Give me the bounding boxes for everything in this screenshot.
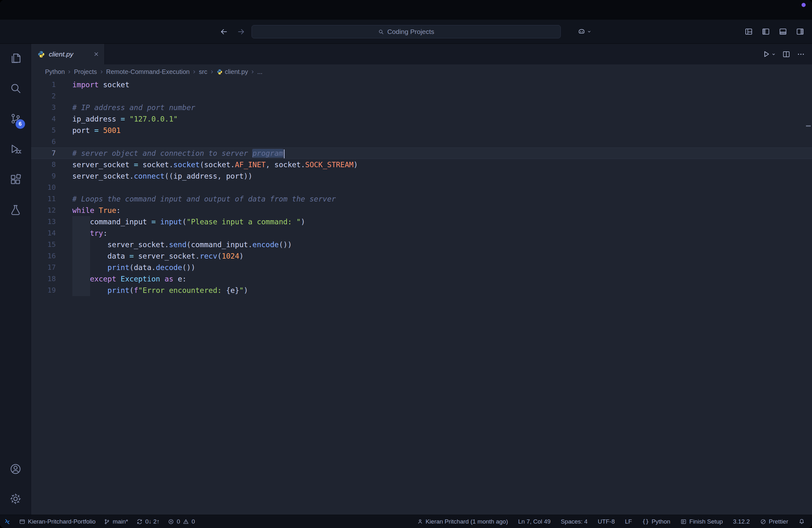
status-right: Kieran Pritchard (1 month ago) Ln 7, Col… — [417, 518, 805, 525]
customize-layout-icon[interactable] — [744, 27, 753, 36]
split-editor-icon[interactable] — [782, 50, 791, 58]
code-text: server_socket = socket.socket(socket.AF_… — [72, 159, 358, 170]
run-dropdown-chevron-icon[interactable] — [771, 52, 776, 56]
code-text: port = 5001 — [72, 125, 120, 136]
code-line[interactable]: 19 print(f"Error encountered: {e}") — [31, 285, 812, 296]
breadcrumb-item[interactable]: Python — [45, 68, 65, 75]
search-icon — [378, 29, 384, 35]
tab-close-icon[interactable] — [93, 51, 99, 57]
language-mode: Python — [652, 518, 670, 525]
code-line[interactable]: 18 except Exception as e: — [31, 273, 812, 285]
remote-indicator[interactable] — [4, 518, 11, 525]
settings-gear-icon[interactable] — [9, 492, 23, 506]
breadcrumb-item[interactable]: Projects — [74, 68, 97, 75]
code-text: try: — [72, 228, 107, 239]
more-actions-icon[interactable] — [797, 50, 805, 58]
back-arrow-icon[interactable] — [219, 27, 228, 36]
activity-bar: 6 — [0, 44, 31, 515]
code-lines: 1import socket23# IP address and port nu… — [31, 79, 812, 296]
chevron-right-icon — [210, 70, 214, 74]
language-mode-item[interactable]: {} Python — [642, 518, 670, 525]
breadcrumb-item[interactable]: Remote-Command-Execution — [106, 68, 190, 75]
formatter-name: Prettier — [769, 518, 788, 525]
overview-ruler-mark — [806, 125, 811, 127]
encoding-item[interactable]: UTF-8 — [598, 518, 615, 525]
code-line[interactable]: 1import socket — [31, 79, 812, 90]
main-area: 6 — [0, 44, 812, 515]
indentation-item[interactable]: Spaces: 4 — [561, 518, 588, 525]
account-icon[interactable] — [9, 462, 23, 476]
code-line[interactable]: 11# Loops the command input and output o… — [31, 193, 812, 205]
code-line[interactable]: 16 data = server_socket.recv(1024) — [31, 251, 812, 262]
project-manager-item[interactable]: Kieran-Pritchard-Portfolio — [19, 518, 96, 525]
toggle-primary-sidebar-icon[interactable] — [762, 27, 770, 36]
code-line[interactable]: 13 command_input = input("Please input a… — [31, 216, 812, 228]
command-center-search[interactable]: Coding Projects — [251, 25, 561, 38]
extensions-icon[interactable] — [9, 173, 23, 187]
branch-name: main* — [113, 518, 128, 525]
code-line[interactable]: 6 — [31, 136, 812, 147]
git-blame-item[interactable]: Kieran Pritchard (1 month ago) — [417, 518, 508, 525]
window-top-strip — [0, 0, 812, 20]
testing-icon[interactable] — [9, 203, 23, 217]
code-text: command_input = input("Please input a co… — [72, 216, 305, 228]
git-sync-item[interactable]: 0↓ 2↑ — [136, 518, 160, 525]
problems-item[interactable]: 0 0 — [168, 518, 195, 525]
python-version-item[interactable]: 3.12.2 — [733, 518, 750, 525]
code-line[interactable]: 9server_socket.connect((ip_address, port… — [31, 170, 812, 182]
notifications-item[interactable] — [798, 518, 805, 525]
chevron-right-icon — [67, 70, 72, 74]
sync-counts: 0↓ 2↑ — [145, 518, 160, 525]
run-debug-icon[interactable] — [9, 142, 23, 156]
breadcrumb-symbol-placeholder[interactable]: ... — [257, 68, 263, 75]
code-line[interactable]: 12while True: — [31, 205, 812, 216]
code-line[interactable]: 4ip_address = "127.0.0.1" — [31, 113, 812, 125]
finish-setup-label: Finish Setup — [689, 518, 723, 525]
tab-client-py[interactable]: client.py — [31, 44, 105, 65]
code-line[interactable]: 3# IP address and port number — [31, 102, 812, 113]
chevron-right-icon — [250, 70, 255, 74]
line-number: 16 — [31, 251, 72, 262]
eol-item[interactable]: LF — [625, 518, 632, 525]
braces-icon: {} — [642, 518, 649, 525]
toggle-panel-icon[interactable] — [779, 27, 787, 36]
run-python-file-button[interactable] — [762, 50, 776, 58]
python-file-icon — [217, 69, 223, 75]
code-line[interactable]: 5port = 5001 — [31, 125, 812, 136]
remote-icon — [4, 518, 11, 525]
code-line[interactable]: 14 try: — [31, 228, 812, 239]
tab-label: client.py — [49, 51, 89, 58]
command-center-label: Coding Projects — [387, 28, 434, 35]
breadcrumb-item-file[interactable]: client.py — [225, 68, 248, 75]
code-line[interactable]: 2 — [31, 90, 812, 102]
code-line[interactable]: 10 — [31, 182, 812, 193]
code-line[interactable]: 15 server_socket.send(command_input.enco… — [31, 239, 812, 251]
code-text: # Loops the command input and output of … — [72, 193, 336, 205]
code-editor[interactable]: 1import socket23# IP address and port nu… — [31, 79, 812, 515]
finish-setup-item[interactable]: Finish Setup — [680, 518, 723, 525]
code-line[interactable]: 8server_socket = socket.socket(socket.AF… — [31, 159, 812, 170]
code-line[interactable]: 7# server object and connection to serve… — [31, 147, 812, 159]
cursor-position-item[interactable]: Ln 7, Col 49 — [518, 518, 550, 525]
toggle-secondary-sidebar-icon[interactable] — [796, 27, 804, 36]
line-number: 3 — [31, 102, 72, 113]
copilot-menu[interactable] — [577, 27, 592, 36]
source-control-icon[interactable]: 6 — [9, 112, 23, 126]
code-text: import socket — [72, 79, 129, 90]
vscode-window: Coding Projects — [0, 0, 812, 528]
git-branch-item[interactable]: main* — [104, 518, 128, 525]
code-line[interactable]: 17 print(data.decode()) — [31, 262, 812, 273]
error-icon — [168, 518, 174, 525]
text-cursor — [284, 149, 285, 158]
line-number: 8 — [31, 159, 72, 170]
search-sidebar-icon[interactable] — [9, 81, 23, 95]
activity-bar-top: 6 — [9, 51, 23, 217]
formatter-item[interactable]: Prettier — [760, 518, 788, 525]
line-number: 18 — [31, 273, 72, 285]
breadcrumb-item[interactable]: src — [199, 68, 207, 75]
code-text: except Exception as e: — [72, 273, 187, 285]
explorer-icon[interactable] — [9, 51, 23, 65]
code-text: while True: — [72, 205, 120, 216]
line-number: 19 — [31, 285, 72, 296]
forward-arrow-icon[interactable] — [237, 27, 246, 36]
